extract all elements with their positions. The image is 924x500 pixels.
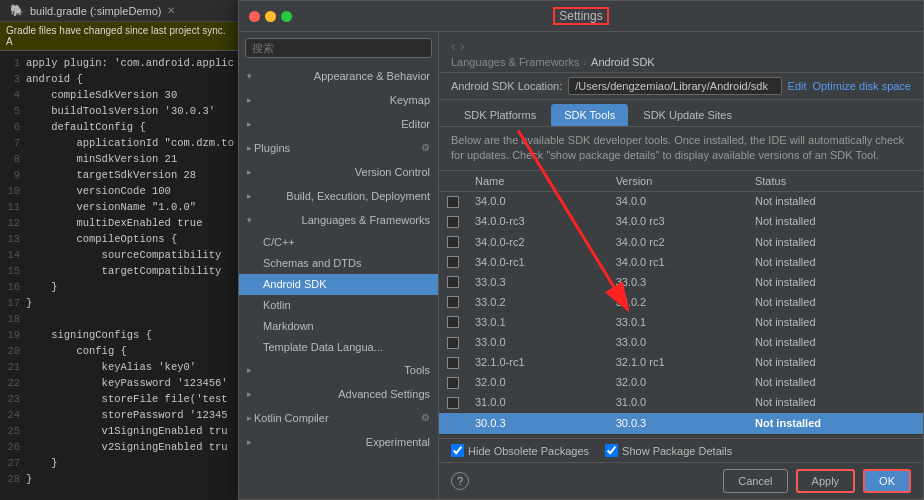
table-header-status: Status	[747, 171, 923, 192]
code-text: applicationId "com.dzm.to	[26, 135, 234, 151]
row-checkbox[interactable]	[447, 337, 459, 349]
sidebar-item-label: Tools	[404, 361, 430, 379]
line-number: 24	[4, 407, 26, 423]
apply-button[interactable]: Apply	[796, 469, 856, 493]
show-package-label[interactable]: Show Package Details	[605, 444, 732, 457]
expand-arrow: ▸	[247, 409, 252, 427]
breadcrumb: Languages & Frameworks › Android SDK	[451, 56, 911, 68]
table-row[interactable]: 33.0.133.0.1Not installed	[439, 312, 923, 332]
sidebar-child-item[interactable]: Android SDK	[239, 274, 438, 295]
download-cell: ⬇	[439, 412, 467, 434]
code-text: buildToolsVersion '30.0.3'	[26, 103, 215, 119]
row-checkbox[interactable]	[447, 196, 459, 208]
row-checkbox[interactable]	[447, 276, 459, 288]
sdk-tab-sdk-platforms[interactable]: SDK Platforms	[451, 104, 549, 126]
hide-obsolete-checkbox[interactable]	[451, 444, 464, 457]
row-name: 33.0.2	[467, 292, 608, 312]
row-name: 33.0.1	[467, 312, 608, 332]
sidebar-child-item[interactable]: Template Data Langua...	[239, 337, 438, 358]
row-version: 33.0.1	[608, 312, 747, 332]
table-row[interactable]: ⬇30.0.330.0.3Not installed	[439, 412, 923, 434]
download-cell	[439, 231, 467, 251]
sidebar-child-item[interactable]: Markdown	[239, 316, 438, 337]
sidebar-child-item[interactable]: Kotlin	[239, 295, 438, 316]
table-body: 34.0.034.0.0Not installed34.0.0-rc334.0.…	[439, 191, 923, 438]
sdk-edit-link[interactable]: Edit	[788, 80, 807, 92]
row-checkbox[interactable]	[447, 316, 459, 328]
minimize-button[interactable]	[265, 11, 276, 22]
code-text: }	[26, 471, 32, 487]
line-number: 11	[4, 199, 26, 215]
row-checkbox[interactable]	[447, 397, 459, 409]
dialog-body: ▾Appearance & Behavior▸Keymap▸Editor▸Plu…	[239, 32, 923, 499]
code-line: 18	[0, 311, 238, 327]
maximize-button[interactable]	[281, 11, 292, 22]
table-row[interactable]: 33.0.333.0.3Not installed	[439, 272, 923, 292]
sidebar-item-label: Experimental	[366, 433, 430, 451]
sidebar-item[interactable]: ▸Editor	[239, 112, 438, 136]
sdk-tab-sdk-tools[interactable]: SDK Tools	[551, 104, 628, 126]
table-row[interactable]: 34.0.0-rc334.0.0 rc3Not installed	[439, 211, 923, 231]
editor-tab[interactable]: 🐘 build.gradle (:simpleDemo) ✕	[0, 0, 238, 22]
row-checkbox[interactable]	[447, 377, 459, 389]
code-line: 11 versionName "1.0.0"	[0, 199, 238, 215]
code-line: 24 storePassword '12345	[0, 407, 238, 423]
table-row[interactable]: 33.0.233.0.2Not installed	[439, 292, 923, 312]
code-area: 1apply plugin: 'com.android.applic3andro…	[0, 51, 238, 491]
help-button[interactable]: ?	[451, 472, 469, 490]
sidebar-item[interactable]: ▸Version Control	[239, 160, 438, 184]
settings-content: ‹ › Languages & Frameworks › Android SDK…	[439, 32, 923, 499]
line-number: 6	[4, 119, 26, 135]
forward-arrow[interactable]: ›	[460, 38, 465, 54]
table-row[interactable]: 32.0.032.0.0Not installed	[439, 372, 923, 392]
table-row[interactable]: 31.0.031.0.0Not installed	[439, 392, 923, 412]
row-checkbox[interactable]	[447, 216, 459, 228]
close-button[interactable]	[249, 11, 260, 22]
row-version: 34.0.0 rc2	[608, 231, 747, 251]
sidebar-item[interactable]: ▸Keymap	[239, 88, 438, 112]
back-arrow[interactable]: ‹	[451, 38, 456, 54]
code-text: compileSdkVersion 30	[26, 87, 177, 103]
ok-button[interactable]: OK	[863, 469, 911, 493]
show-package-checkbox[interactable]	[605, 444, 618, 457]
sidebar-item[interactable]: ▾Languages & Frameworks	[239, 208, 438, 232]
sidebar-item[interactable]: ▸Kotlin Compiler⚙	[239, 406, 438, 430]
row-checkbox[interactable]	[447, 236, 459, 248]
sidebar-item-label: Keymap	[390, 91, 430, 109]
gear-icon: ⚙	[421, 409, 430, 427]
row-checkbox[interactable]	[447, 256, 459, 268]
sidebar-item[interactable]: ▸Build, Execution, Deployment	[239, 184, 438, 208]
cancel-button[interactable]: Cancel	[723, 469, 787, 493]
sidebar-child-item[interactable]: C/C++	[239, 232, 438, 253]
table-row[interactable]: 34.0.034.0.0Not installed	[439, 191, 923, 211]
row-status: Not installed	[747, 292, 923, 312]
settings-search-input[interactable]	[245, 38, 432, 58]
editor-panel: 🐘 build.gradle (:simpleDemo) ✕ Gradle fi…	[0, 0, 238, 500]
row-checkbox[interactable]	[447, 296, 459, 308]
table-row[interactable]: 34.0.0-rc234.0.0 rc2Not installed	[439, 231, 923, 251]
hide-obsolete-label[interactable]: Hide Obsolete Packages	[451, 444, 589, 457]
tab-close-button[interactable]: ✕	[167, 5, 175, 16]
table-row[interactable]: 32.1.0-rc132.1.0 rc1Not installed	[439, 352, 923, 372]
table-row[interactable]: 34.0.0-rc134.0.0 rc1Not installed	[439, 252, 923, 272]
sidebar-item[interactable]: ▸Plugins⚙	[239, 136, 438, 160]
line-number: 13	[4, 231, 26, 247]
sdk-optimize-link[interactable]: Optimize disk space	[813, 80, 911, 92]
code-text: storeFile file('test	[26, 391, 228, 407]
sidebar-item[interactable]: ▸Experimental	[239, 430, 438, 454]
sidebar-child-item[interactable]: Schemas and DTDs	[239, 253, 438, 274]
table-row[interactable]: 33.0.033.0.0Not installed	[439, 332, 923, 352]
sidebar-item[interactable]: ▾Appearance & Behavior	[239, 64, 438, 88]
table-header-row: NameVersionStatus	[439, 171, 923, 192]
sidebar-item[interactable]: ▸Advanced Settings	[239, 382, 438, 406]
code-text: versionName "1.0.0"	[26, 199, 196, 215]
code-line: 12 multiDexEnabled true	[0, 215, 238, 231]
sdk-tab-sdk-update-sites[interactable]: SDK Update Sites	[630, 104, 745, 126]
row-checkbox[interactable]	[447, 357, 459, 369]
editor-notification: Gradle files have changed since last pro…	[0, 22, 238, 51]
row-version: 34.0.0 rc1	[608, 252, 747, 272]
code-text: }	[26, 295, 32, 311]
sdk-location-input[interactable]	[568, 77, 781, 95]
breadcrumb-parent: Languages & Frameworks	[451, 56, 579, 68]
sidebar-item[interactable]: ▸Tools	[239, 358, 438, 382]
